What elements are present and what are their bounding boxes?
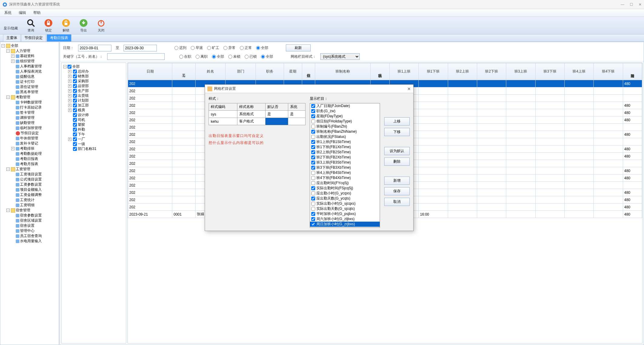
move-down-button[interactable]: 下移 <box>384 128 410 136</box>
checklist-item[interactable]: 职务(G_zw) <box>310 109 380 114</box>
checklist-item[interactable]: 应出勤小时(G_ycqxs) <box>310 191 380 196</box>
col-on4[interactable]: 班4上班 <box>565 63 594 80</box>
menu-system[interactable]: 系统 <box>4 10 12 15</box>
checklist-item[interactable]: 班3上班(FB3SbTime) <box>310 160 380 165</box>
dept-checkbox[interactable] <box>73 89 77 93</box>
menu-help[interactable]: 帮助 <box>33 10 41 15</box>
minimize-icon[interactable]: — <box>621 2 624 7</box>
column-checkbox[interactable] <box>311 202 315 206</box>
radio-abnormal[interactable]: 异常 <box>223 45 236 50</box>
radio-all2[interactable]: 全部 <box>212 54 224 59</box>
column-checkbox[interactable] <box>311 212 315 216</box>
checklist-item[interactable]: 周六加班小时(G_zljbxs) <box>310 216 380 222</box>
column-checkbox[interactable] <box>311 130 315 134</box>
close-button[interactable]: 关闭 <box>97 18 106 33</box>
radio-left[interactable]: 离职 <box>196 54 208 59</box>
radio-onjob[interactable]: 在职 <box>179 54 191 59</box>
set-default-button[interactable]: 设为默认 <box>384 147 410 155</box>
dept-item[interactable]: 总经办 <box>78 69 89 74</box>
checklist-item[interactable]: 星期(FDayType) <box>310 114 380 119</box>
col-on2[interactable]: 班2上班 <box>448 63 477 80</box>
dept-item[interactable]: 一级 <box>78 142 85 146</box>
lock-button[interactable]: 锁定 <box>44 18 53 33</box>
col-off1[interactable]: 班1下班 <box>419 63 448 80</box>
column-checkbox[interactable] <box>311 166 315 170</box>
radio-normal[interactable]: 正常 <box>240 45 252 50</box>
checklist-item[interactable]: 应出勤天数(G_ycqts) <box>310 196 380 201</box>
checklist-item[interactable]: 平时加班小时(G_psjbxs) <box>310 211 380 216</box>
column-checkbox[interactable] <box>311 104 315 108</box>
checklist-item[interactable]: 实际出勤时间(FSjcqSj) <box>310 186 380 191</box>
delete-button[interactable]: 删除 <box>384 158 410 166</box>
column-checkbox[interactable] <box>311 135 315 139</box>
col-shift[interactable]: 班制名称 <box>315 63 370 80</box>
column-checklist[interactable]: 入厂日期(FJoinDate)职务(G_zw)星期(FDayType)假日别(F… <box>310 103 380 228</box>
checklist-item[interactable]: 班3下班(FB3XbTime) <box>310 165 380 170</box>
dept-checkbox[interactable] <box>73 94 77 98</box>
dept-item[interactable]: 品管部 <box>78 83 89 88</box>
date-to-input[interactable] <box>124 45 157 51</box>
dept-checkbox[interactable] <box>73 108 77 112</box>
save-button[interactable]: 保存 <box>384 187 410 195</box>
col-name[interactable]: 姓名 <box>195 63 226 80</box>
col-dept[interactable]: 部门 <box>226 63 256 80</box>
column-checkbox[interactable] <box>311 191 315 195</box>
checklist-item[interactable]: 出勤状况(FStatus) <box>310 134 380 139</box>
checklist-item[interactable]: 班2下班(FB2XbTime) <box>310 155 380 160</box>
checklist-item[interactable]: 班4上班(FB4SbTime) <box>310 170 380 175</box>
column-checkbox[interactable] <box>311 155 315 159</box>
dept-checkbox[interactable] <box>73 99 77 103</box>
style-table[interactable]: 样式编码样式名称默认否系统 sys系统格式是是 kehu客户格式 <box>209 103 305 125</box>
checklist-item[interactable]: 周日加班小时(G_zrjbxs) <box>310 222 380 227</box>
dept-checkbox[interactable] <box>73 103 77 107</box>
dept-item[interactable]: 计划部 <box>78 98 89 103</box>
column-checkbox[interactable] <box>311 125 315 129</box>
column-checkbox[interactable] <box>311 161 315 164</box>
checklist-item[interactable]: 假日别(FHolidayType) <box>310 119 380 124</box>
column-checkbox[interactable] <box>311 222 315 226</box>
dept-checkbox[interactable] <box>73 74 77 78</box>
new-button[interactable]: 新增 <box>384 177 410 185</box>
radio-late[interactable]: 迟到 <box>174 45 187 50</box>
search-button[interactable]: 查询 <box>26 18 35 33</box>
dept-checkbox[interactable] <box>73 137 77 141</box>
close-icon[interactable]: ✕ <box>639 2 642 7</box>
dept-item[interactable]: 司机 <box>78 117 85 122</box>
dept-checkbox[interactable] <box>73 84 77 88</box>
column-checkbox[interactable] <box>311 186 315 190</box>
refresh-button[interactable]: 刷新 <box>286 44 311 51</box>
checklist-item[interactable]: 应出勤时间(FYcqSj) <box>310 181 380 186</box>
dept-checkbox[interactable] <box>73 118 77 122</box>
checklist-item[interactable]: 班2上班(FB2SbTime) <box>310 150 380 155</box>
col-on1[interactable]: 班1上班 <box>389 63 418 80</box>
dept-item[interactable]: 采购部 <box>78 79 89 83</box>
col-date[interactable]: 日期 <box>128 63 172 80</box>
dept-checkbox[interactable] <box>73 123 77 127</box>
checklist-item[interactable]: 班4下班(FB4XbTime) <box>310 175 380 181</box>
radio-all3[interactable]: 全部 <box>261 54 273 59</box>
checklist-item[interactable]: 班制名称(FBanZhiName) <box>310 129 380 134</box>
column-checkbox[interactable] <box>311 109 315 113</box>
nav-tree[interactable]: −全部 −人力管理 +基础资料 +组织管理 人事档案管理 人事报表浏览 提醒信息… <box>0 42 59 345</box>
radio-locked[interactable]: 已锁 <box>245 54 257 59</box>
tree-dorm[interactable]: 宿舍管理 <box>16 208 30 213</box>
column-checkbox[interactable] <box>311 217 315 221</box>
move-up-button[interactable]: 上移 <box>384 117 410 125</box>
dept-item[interactable]: 销售部 <box>78 74 89 79</box>
col-week[interactable]: 星期 <box>284 63 302 80</box>
dept-item[interactable]: 模房 <box>78 108 85 112</box>
checklist-item[interactable]: 班1上班(FB1SbTime) <box>310 139 380 145</box>
col-on3[interactable]: 班3上班 <box>506 63 535 80</box>
date-from-input[interactable] <box>78 45 111 51</box>
dept-checkbox[interactable] <box>73 128 77 132</box>
unlock-button[interactable]: 解锁 <box>61 18 71 33</box>
radio-all1[interactable]: 全部 <box>256 45 268 50</box>
tab-main[interactable]: 主窗体 <box>3 34 21 41</box>
column-checkbox[interactable] <box>311 140 315 144</box>
tab-daily-report[interactable]: 考勤日报表 <box>47 34 71 41</box>
tree-hr[interactable]: 人力管理 <box>16 48 30 54</box>
col-off3[interactable]: 班3下班 <box>535 63 564 80</box>
column-checkbox[interactable] <box>311 150 315 154</box>
cancel-button[interactable]: 取消 <box>384 198 410 206</box>
dept-checkbox[interactable] <box>73 132 77 136</box>
